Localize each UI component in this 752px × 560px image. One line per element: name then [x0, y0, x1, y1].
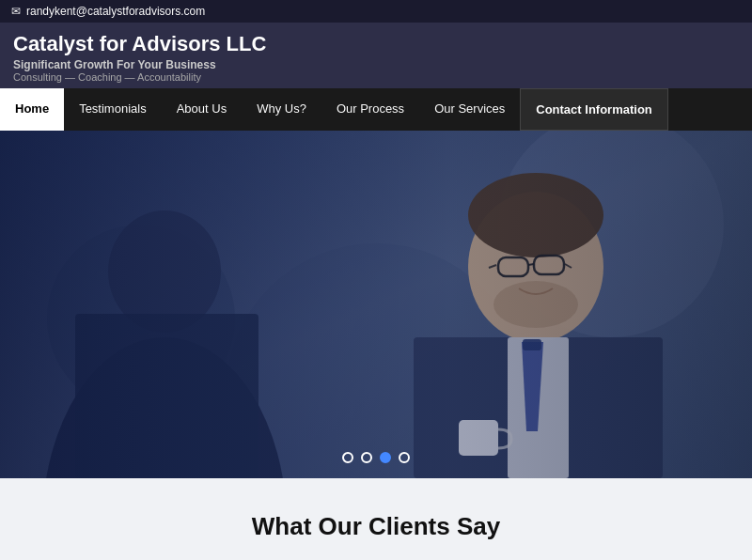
slide-dot-3[interactable] — [380, 452, 391, 463]
nav-item-contact-information[interactable]: Contact Information — [520, 88, 668, 131]
slide-indicators — [342, 452, 410, 463]
nav-item-our-process[interactable]: Our Process — [321, 88, 419, 131]
clients-section-heading: What Our Clients Say — [19, 512, 733, 541]
site-tagline: Significant Growth For Your Business — [13, 58, 739, 71]
clients-section: What Our Clients Say — [0, 478, 752, 560]
nav-item-home[interactable]: Home — [0, 88, 64, 131]
hero-background — [0, 131, 752, 478]
hero-section — [0, 131, 752, 478]
site-sub-tagline: Consulting — Coaching — Accountability — [13, 71, 739, 83]
slide-dot-1[interactable] — [342, 452, 353, 463]
slide-dot-2[interactable] — [361, 452, 372, 463]
envelope-icon: ✉ — [11, 5, 21, 18]
nav-item-why-us[interactable]: Why Us? — [242, 88, 321, 131]
top-bar: ✉ randykent@catalystforadvisors.com — [0, 0, 752, 23]
nav-item-our-services[interactable]: Our Services — [419, 88, 520, 131]
nav-item-about-us[interactable]: About Us — [162, 88, 242, 131]
slide-dot-4[interactable] — [399, 452, 410, 463]
main-nav: Home Testimonials About Us Why Us? Our P… — [0, 88, 752, 131]
nav-item-testimonials[interactable]: Testimonials — [64, 88, 162, 131]
email-address: randykent@catalystforadvisors.com — [26, 5, 205, 18]
site-header: Catalyst for Advisors LLC Significant Gr… — [0, 23, 752, 88]
site-title: Catalyst for Advisors LLC — [13, 32, 739, 56]
svg-rect-20 — [0, 131, 752, 478]
